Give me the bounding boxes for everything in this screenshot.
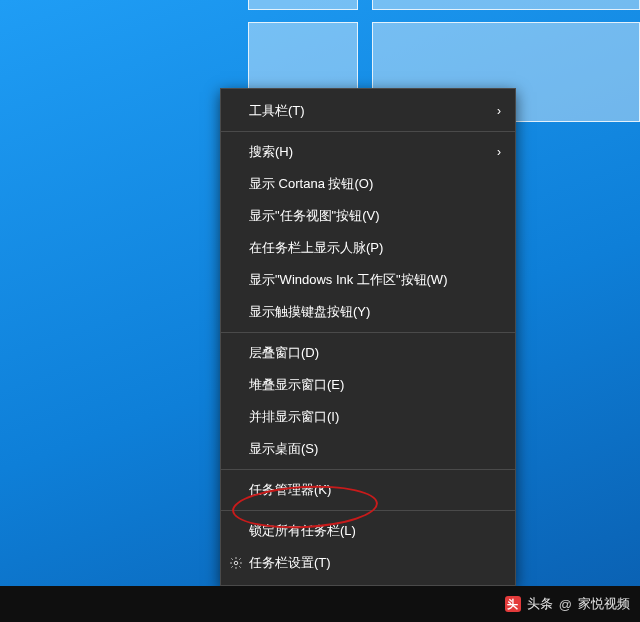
chevron-right-icon: ›	[497, 95, 501, 127]
taskbar-context-menu: 工具栏(T) › 搜索(H) › 显示 Cortana 按钮(O) 显示"任务视…	[220, 88, 516, 586]
menu-item-show-taskview[interactable]: 显示"任务视图"按钮(V)	[221, 200, 515, 232]
menu-item-label: 搜索(H)	[249, 136, 293, 168]
menu-item-search[interactable]: 搜索(H) ›	[221, 136, 515, 168]
watermark-author: 家悦视频	[578, 595, 630, 613]
menu-item-label: 任务管理器(K)	[249, 474, 331, 506]
windows-logo-square	[372, 0, 640, 10]
menu-item-show-desktop[interactable]: 显示桌面(S)	[221, 433, 515, 465]
menu-item-show-touchkeyboard[interactable]: 显示触摸键盘按钮(Y)	[221, 296, 515, 328]
menu-item-label: 显示"任务视图"按钮(V)	[249, 200, 380, 232]
watermark: 头 头条 @ 家悦视频	[505, 595, 630, 613]
menu-item-label: 并排显示窗口(I)	[249, 401, 339, 433]
menu-item-taskbar-settings[interactable]: 任务栏设置(T)	[221, 547, 515, 579]
menu-item-label: 堆叠显示窗口(E)	[249, 369, 344, 401]
menu-item-label: 显示桌面(S)	[249, 433, 318, 465]
menu-item-label: 层叠窗口(D)	[249, 337, 319, 369]
menu-item-stack-windows[interactable]: 堆叠显示窗口(E)	[221, 369, 515, 401]
menu-item-show-ink[interactable]: 显示"Windows Ink 工作区"按钮(W)	[221, 264, 515, 296]
gear-icon	[229, 556, 243, 570]
menu-item-toolbars[interactable]: 工具栏(T) ›	[221, 95, 515, 127]
chevron-right-icon: ›	[497, 136, 501, 168]
menu-item-label: 工具栏(T)	[249, 95, 305, 127]
watermark-brand: 头条	[527, 595, 553, 613]
taskbar[interactable]: 头 头条 @ 家悦视频	[0, 586, 640, 622]
menu-item-label: 任务栏设置(T)	[249, 547, 331, 579]
menu-item-label: 在任务栏上显示人脉(P)	[249, 232, 383, 264]
windows-logo-square	[248, 0, 358, 10]
menu-item-sidebyside-windows[interactable]: 并排显示窗口(I)	[221, 401, 515, 433]
menu-item-label: 显示 Cortana 按钮(O)	[249, 168, 373, 200]
menu-item-label: 显示触摸键盘按钮(Y)	[249, 296, 370, 328]
svg-point-0	[234, 561, 238, 565]
toutiao-icon: 头	[505, 596, 521, 612]
watermark-at: @	[559, 597, 572, 612]
menu-item-label: 显示"Windows Ink 工作区"按钮(W)	[249, 264, 447, 296]
menu-item-cascade-windows[interactable]: 层叠窗口(D)	[221, 337, 515, 369]
menu-separator	[221, 332, 515, 333]
desktop-background: 工具栏(T) › 搜索(H) › 显示 Cortana 按钮(O) 显示"任务视…	[0, 0, 640, 622]
menu-item-task-manager[interactable]: 任务管理器(K)	[221, 474, 515, 506]
menu-item-lock-taskbars[interactable]: 锁定所有任务栏(L)	[221, 515, 515, 547]
menu-item-label: 锁定所有任务栏(L)	[249, 515, 356, 547]
menu-separator	[221, 131, 515, 132]
menu-separator	[221, 510, 515, 511]
menu-item-show-cortana[interactable]: 显示 Cortana 按钮(O)	[221, 168, 515, 200]
menu-separator	[221, 469, 515, 470]
menu-item-show-people[interactable]: 在任务栏上显示人脉(P)	[221, 232, 515, 264]
